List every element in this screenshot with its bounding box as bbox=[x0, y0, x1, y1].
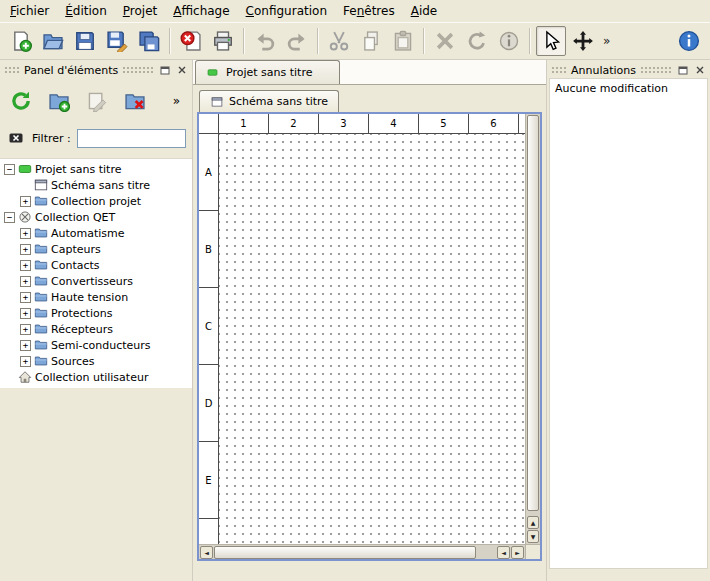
undo-button[interactable] bbox=[250, 26, 280, 56]
scroll-left-button-2[interactable]: ◄ bbox=[497, 546, 510, 559]
panel-overflow-button[interactable]: » bbox=[173, 94, 186, 108]
rotate-button[interactable] bbox=[462, 26, 492, 56]
vertical-scrollbar[interactable]: ▲ ▼ bbox=[525, 114, 540, 544]
menu-projet[interactable]: Projet bbox=[115, 1, 165, 21]
folder-icon bbox=[34, 226, 48, 240]
scroll-right-button[interactable]: ► bbox=[511, 546, 524, 559]
toolbar-separator bbox=[529, 28, 531, 54]
expand-icon[interactable]: + bbox=[20, 244, 31, 255]
undo-panel: Annulations Aucune modification bbox=[546, 60, 710, 581]
tree-item-collection-utilisateur[interactable]: Collection utilisateur bbox=[0, 369, 192, 385]
column-header-5: 5 bbox=[419, 114, 469, 133]
redo-button[interactable] bbox=[282, 26, 312, 56]
save-as-icon bbox=[106, 30, 128, 52]
expand-icon[interactable]: + bbox=[20, 356, 31, 367]
close-panel-button[interactable] bbox=[175, 64, 188, 77]
home-icon bbox=[18, 370, 32, 384]
tree-item-collection-projet[interactable]: +Collection projet bbox=[0, 193, 192, 209]
tree-item-label: Collection projet bbox=[51, 195, 141, 208]
paste-button[interactable] bbox=[388, 26, 418, 56]
tab-project[interactable]: Projet sans titre bbox=[195, 60, 340, 84]
row-label-d: D bbox=[199, 365, 218, 442]
tree-item-haute-tension[interactable]: +Haute tension bbox=[0, 289, 192, 305]
edit-element-icon bbox=[86, 90, 108, 112]
expand-icon[interactable]: + bbox=[20, 292, 31, 303]
tree-item-protections[interactable]: +Protections bbox=[0, 305, 192, 321]
menu-fichier[interactable]: Fichier bbox=[2, 1, 57, 21]
copy-button[interactable] bbox=[356, 26, 386, 56]
menu-affichage[interactable]: Affichage bbox=[165, 1, 237, 21]
elements-panel: Panel d'éléments » Filtrer : −Projet san… bbox=[0, 60, 193, 581]
tree-item-automatisme[interactable]: +Automatisme bbox=[0, 225, 192, 241]
expand-icon[interactable]: + bbox=[20, 260, 31, 271]
toolbar-overflow-button[interactable]: » bbox=[599, 34, 614, 48]
select-mode-button[interactable] bbox=[536, 26, 566, 56]
tree-item-convertisseurs[interactable]: +Convertisseurs bbox=[0, 273, 192, 289]
scroll-up-button[interactable]: ▲ bbox=[527, 516, 539, 529]
undo-history-list: Aucune modification bbox=[549, 78, 708, 569]
expand-icon[interactable]: + bbox=[20, 340, 31, 351]
column-header-3: 3 bbox=[319, 114, 369, 133]
delete-element-button[interactable] bbox=[120, 87, 150, 115]
new-element-button[interactable] bbox=[44, 87, 74, 115]
delete-element-icon bbox=[124, 90, 146, 112]
save-all-button[interactable] bbox=[134, 26, 164, 56]
menu-fenetres[interactable]: Fenêtres bbox=[335, 1, 403, 21]
menu-configuration[interactable]: Configuration bbox=[238, 1, 335, 21]
float-panel-button[interactable] bbox=[158, 64, 171, 77]
tree-item-collection-qet[interactable]: −Collection QET bbox=[0, 209, 192, 225]
tree-item-label: Capteurs bbox=[51, 243, 101, 256]
horizontal-scroll-thumb[interactable] bbox=[214, 546, 476, 559]
close-undo-panel-button[interactable] bbox=[693, 64, 706, 77]
collapse-icon[interactable]: − bbox=[4, 164, 15, 175]
pan-mode-button[interactable] bbox=[568, 26, 598, 56]
column-header-2: 2 bbox=[269, 114, 319, 133]
elements-panel-toolbar: » bbox=[0, 78, 192, 122]
new-project-button[interactable] bbox=[6, 26, 36, 56]
print-button[interactable] bbox=[208, 26, 238, 56]
expand-icon[interactable]: + bbox=[20, 276, 31, 287]
tree-item-label: Contacts bbox=[51, 259, 100, 272]
menu-edition[interactable]: Édition bbox=[57, 1, 115, 21]
menu-aide[interactable]: Aide bbox=[403, 1, 446, 21]
about-button[interactable] bbox=[674, 26, 704, 56]
expand-icon[interactable]: + bbox=[20, 196, 31, 207]
scroll-down-button[interactable]: ▼ bbox=[527, 530, 539, 543]
open-project-button[interactable] bbox=[38, 26, 68, 56]
tree-item-semi-conducteurs[interactable]: +Semi-conducteurs bbox=[0, 337, 192, 353]
diagram-canvas[interactable] bbox=[219, 134, 525, 544]
project-icon bbox=[18, 162, 32, 176]
tree-item-recepteurs[interactable]: +Récepteurs bbox=[0, 321, 192, 337]
folder-icon bbox=[34, 354, 48, 368]
float-undo-panel-button[interactable] bbox=[676, 64, 689, 77]
paste-icon bbox=[392, 30, 414, 52]
collapse-icon[interactable]: − bbox=[4, 212, 15, 223]
edit-element-button[interactable] bbox=[82, 87, 112, 115]
cut-button[interactable] bbox=[324, 26, 354, 56]
tree-item-schema-sans-titre[interactable]: Schéma sans titre bbox=[0, 177, 192, 193]
vertical-scroll-thumb[interactable] bbox=[527, 115, 539, 511]
close-file-button[interactable] bbox=[176, 26, 206, 56]
tab-diagram[interactable]: Schéma sans titre bbox=[199, 90, 339, 112]
print-icon bbox=[212, 30, 234, 52]
save-button[interactable] bbox=[70, 26, 100, 56]
reload-collections-button[interactable] bbox=[6, 87, 36, 115]
clear-filter-button[interactable] bbox=[6, 129, 26, 147]
undo-empty-state: Aucune modification bbox=[553, 81, 704, 96]
expand-icon[interactable]: + bbox=[20, 228, 31, 239]
tree-item-capteurs[interactable]: +Capteurs bbox=[0, 241, 192, 257]
delete-button[interactable] bbox=[430, 26, 460, 56]
diagram-icon bbox=[210, 96, 224, 108]
filter-input[interactable] bbox=[77, 129, 186, 148]
save-as-button[interactable] bbox=[102, 26, 132, 56]
conductor-info-button[interactable] bbox=[494, 26, 524, 56]
tree-item-sources[interactable]: +Sources bbox=[0, 353, 192, 369]
expand-icon[interactable]: + bbox=[20, 308, 31, 319]
project-tabbar: Projet sans titre bbox=[193, 60, 546, 85]
toolbar-separator bbox=[317, 28, 319, 54]
tree-item-contacts[interactable]: +Contacts bbox=[0, 257, 192, 273]
horizontal-scrollbar[interactable]: ◄ ◄ ► bbox=[199, 544, 525, 559]
tree-item-projet-sans-titre[interactable]: −Projet sans titre bbox=[0, 161, 192, 177]
expand-icon[interactable]: + bbox=[20, 324, 31, 335]
scroll-left-button[interactable]: ◄ bbox=[200, 546, 213, 559]
